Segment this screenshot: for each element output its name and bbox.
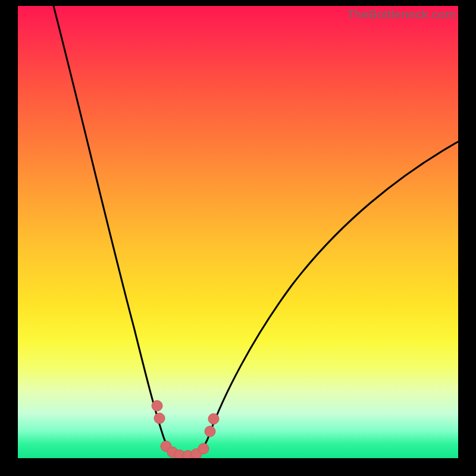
svg-point-0: [152, 400, 162, 411]
curve-right-branch: [187, 142, 458, 457]
svg-point-7: [198, 443, 209, 454]
svg-point-1: [154, 413, 165, 424]
bottleneck-curve-chart: [18, 6, 458, 458]
curve-left-branch: [54, 6, 187, 457]
svg-point-8: [205, 426, 215, 437]
svg-point-9: [208, 414, 219, 424]
